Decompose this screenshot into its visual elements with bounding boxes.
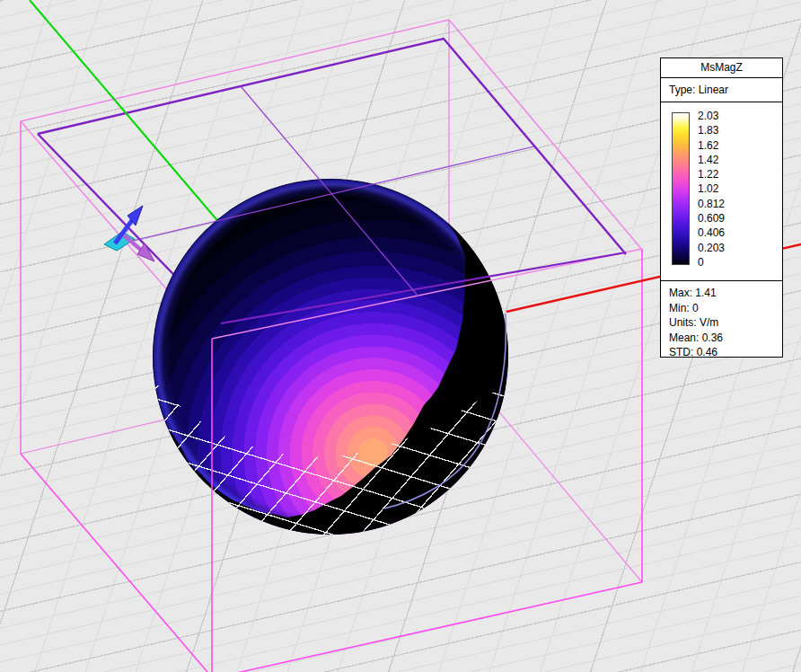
legend-scale-type: Type: Linear [661,78,782,102]
scale-label: 1.62 [698,140,725,152]
legend-color-scale: 2.03 1.83 1.62 1.42 1.22 1.02 0.812 0.60… [661,102,782,281]
scale-label: 1.22 [698,169,725,181]
bounding-box-front-edges[interactable] [212,249,642,672]
scale-label: 0.812 [698,199,725,210]
3d-modeler-viewport[interactable]: MsMagZ Type: Linear 2.03 1.83 1.62 1.42 … [0,0,801,672]
legend-statistics: Max: 1.41 Min: 0 Units: V/m Mean: 0.36 S… [661,281,782,360]
stat-units: Units: V/m [669,315,782,331]
port-excitation-vectors[interactable] [104,206,154,261]
scale-label: 1.42 [698,155,725,166]
scale-label: 1.83 [698,125,725,137]
scale-label: 0 [698,257,725,269]
scale-label: 0.406 [698,227,725,239]
stat-mean: Mean: 0.36 [669,331,782,346]
legend-field-name: MsMagZ [661,58,782,78]
colorbar-tick-labels: 2.03 1.83 1.62 1.42 1.22 1.02 0.812 0.60… [698,111,725,269]
scale-label: 1.02 [698,183,725,195]
scale-label: 0.609 [698,213,725,225]
port-arrow-violet-head-icon [137,243,154,261]
stat-min: Min: 0 [669,301,782,316]
substrate-front-edges[interactable] [128,86,626,323]
field-plot-legend-panel[interactable]: MsMagZ Type: Linear 2.03 1.83 1.62 1.42 … [660,57,783,358]
stat-std: STD: 0.46 [669,345,782,360]
scale-label: 2.03 [698,111,725,122]
stat-max: Max: 1.41 [669,286,782,301]
scale-label: 0.203 [698,243,725,254]
sphere-silhouette-edge-arc [384,314,506,508]
colorbar-gradient [672,112,690,265]
